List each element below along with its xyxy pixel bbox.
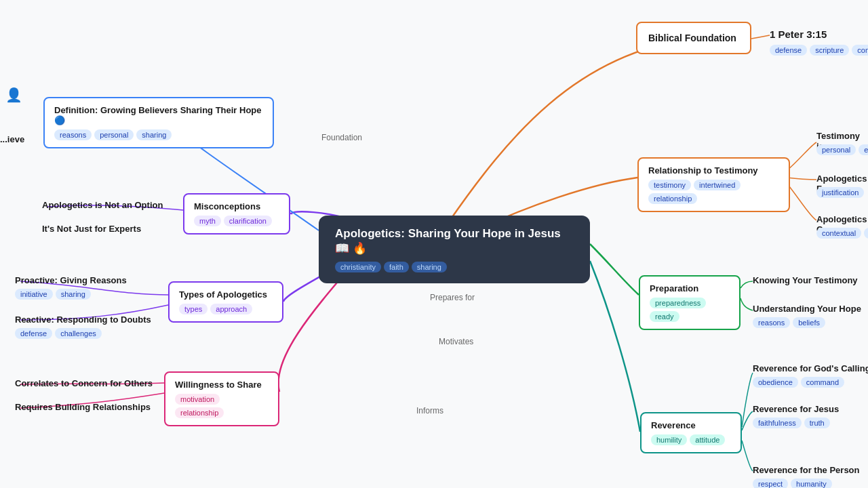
tag-personal-def[interactable]: personal — [94, 129, 134, 140]
tag-types[interactable]: types — [179, 304, 208, 314]
label-reactive: Reactive: Responding to Doubts — [15, 314, 151, 325]
tag-reasons-def[interactable]: reasons — [54, 129, 92, 140]
label-proactive: Proactive: Giving Reasons — [15, 275, 127, 285]
node-preparation-title: Preparation — [650, 283, 730, 293]
label-ieve: ...ieve — [0, 134, 24, 144]
tag-christianity[interactable]: christianity — [335, 262, 381, 272]
node-relationship-title: Relationship to Testimony — [648, 165, 779, 176]
tag-initiative[interactable]: initiative — [15, 289, 53, 300]
node-reverence-title: Reverence — [651, 420, 731, 430]
node-types-title: Types of Apologetics — [179, 289, 273, 300]
label-apol-not-option: Apologetics is Not an Option — [42, 200, 163, 210]
label-foundation: Foundation — [321, 133, 362, 142]
tag-intertwined[interactable]: intertwined — [694, 180, 741, 190]
tag-relationship[interactable]: relationship — [648, 193, 697, 204]
tag-reasons-und[interactable]: reasons — [753, 317, 790, 328]
tag-justification[interactable]: justification — [816, 187, 864, 198]
tag-relationship-will[interactable]: relationship — [175, 407, 224, 418]
node-relationship-to-testimony[interactable]: Relationship to Testimony testimony inte… — [637, 157, 790, 212]
label-not-just-experts: It's Not Just for Experts — [42, 224, 141, 234]
node-biblical-foundation-title: Biblical Foundation — [648, 33, 736, 43]
tag-adap[interactable]: ada... — [864, 228, 868, 239]
tag-obedience[interactable]: obedience — [753, 377, 798, 388]
label-knowing-testimony: Knowing Your Testimony — [753, 275, 858, 285]
tag-ready[interactable]: ready — [650, 311, 679, 322]
central-title: Apologetics: Sharing Your Hope in Jesus … — [335, 226, 574, 256]
tag-myth[interactable]: myth — [194, 216, 221, 226]
tag-humility[interactable]: humility — [651, 434, 687, 445]
tag-motivation[interactable]: motivation — [175, 394, 220, 405]
central-node[interactable]: Apologetics: Sharing Your Hope in Jesus … — [319, 216, 590, 283]
tag-sharing[interactable]: sharing — [412, 262, 447, 272]
node-misconceptions-title: Misconceptions — [194, 201, 279, 211]
node-willingness-title: Willingness to Share — [175, 380, 269, 390]
avatar-icon: 👤 — [5, 87, 22, 103]
node-reverence[interactable]: Reverence humility attitude — [640, 412, 742, 453]
tag-approach[interactable]: approach — [210, 304, 252, 314]
tag-defense[interactable]: defense — [770, 45, 807, 56]
tag-beliefs[interactable]: beliefs — [793, 317, 825, 328]
tag-truth[interactable]: truth — [804, 418, 830, 428]
tag-challenges[interactable]: challenges — [55, 328, 102, 339]
label-rev-gods-calling: Reverence for God's Calling — [753, 363, 868, 373]
tag-respect[interactable]: respect — [753, 479, 788, 488]
tag-attitude[interactable]: attitude — [690, 434, 725, 445]
tag-defense-react[interactable]: defense — [15, 328, 52, 339]
label-rev-person: Reverence for the Person — [753, 465, 860, 475]
tag-clarification[interactable]: clarification — [224, 216, 272, 226]
tag-preparedness[interactable]: preparedness — [650, 298, 706, 308]
tag-command[interactable]: command — [852, 45, 868, 56]
tag-experience[interactable]: experience — [859, 144, 868, 155]
node-definition-title: Definition: Growing Believers Sharing Th… — [54, 105, 263, 125]
node-misconceptions[interactable]: Misconceptions myth clarification — [183, 193, 290, 235]
label-informs: Informs — [416, 406, 443, 415]
label-rev-jesus: Reverence for Jesus — [753, 404, 839, 414]
label-requires-building: Requires Building Relationships — [15, 402, 151, 412]
node-definition[interactable]: Definition: Growing Believers Sharing Th… — [43, 97, 274, 148]
tag-contextual[interactable]: contextual — [816, 228, 861, 239]
label-motivates: Motivates — [439, 337, 473, 346]
tag-command-rev[interactable]: command — [801, 377, 844, 388]
node-willingness[interactable]: Willingness to Share motivation relation… — [164, 371, 279, 426]
node-types-apologetics[interactable]: Types of Apologetics types approach — [168, 281, 283, 323]
label-understanding-hope: Understanding Your Hope — [753, 304, 861, 314]
node-biblical-foundation[interactable]: Biblical Foundation — [636, 22, 751, 54]
tag-sharing-pro[interactable]: sharing — [56, 289, 91, 300]
tag-faithfulness[interactable]: faithfulness — [753, 418, 802, 428]
tag-scripture[interactable]: scripture — [810, 45, 849, 56]
tag-personal-test[interactable]: personal — [816, 144, 856, 155]
tag-faith[interactable]: faith — [384, 262, 409, 272]
node-preparation[interactable]: Preparation preparedness ready — [639, 275, 741, 330]
label-prepares-for: Prepares for — [430, 293, 475, 302]
tag-testimony[interactable]: testimony — [648, 180, 691, 190]
tag-sharing-def[interactable]: sharing — [136, 129, 172, 140]
label-correlates: Correlates to Concern for Others — [15, 378, 153, 388]
label-1-peter: 1 Peter 3:15 — [770, 28, 827, 40]
tag-humanity[interactable]: humanity — [791, 479, 832, 488]
